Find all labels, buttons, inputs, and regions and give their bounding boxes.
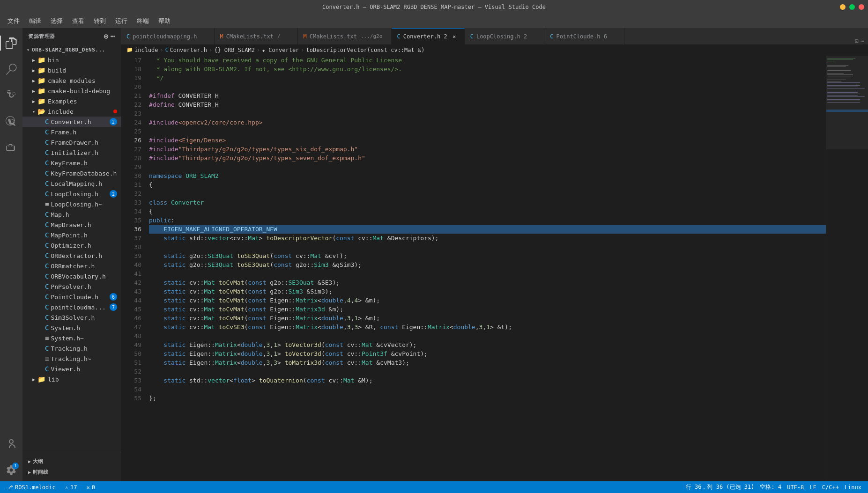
activity-settings[interactable]: 1	[0, 459, 22, 481]
tab-converter-close[interactable]: ✕	[450, 32, 459, 41]
sidebar-header: 资源管理器 ⊕ ⋯	[22, 28, 121, 44]
breadcrumb-converter-file[interactable]: C Converter.h	[165, 47, 207, 53]
menu-terminal[interactable]: 终端	[133, 15, 153, 27]
close-button[interactable]	[859, 4, 864, 10]
tree-item-viewer-h[interactable]: C Viewer.h	[22, 364, 121, 374]
ln-52: 52	[125, 367, 141, 376]
tree-item-loopclosing-h-tilde[interactable]: ≡ LoopClosing.h~	[22, 199, 121, 209]
menu-help[interactable]: 帮助	[155, 15, 174, 27]
statusbar-position[interactable]: 行 36，列 36 (已选 31)	[683, 481, 757, 493]
tree-item-cmake-build-debug[interactable]: ▶ 📁 cmake-build-debug	[22, 86, 121, 96]
tree-item-framedrawer-h[interactable]: C FrameDrawer.h	[22, 137, 121, 147]
tab-pointcloude-h[interactable]: C PointCloude.h 6 ✕	[544, 28, 624, 44]
pointcloude-h-label: PointCloude.h	[51, 294, 98, 301]
tree-item-lib[interactable]: ▶ 📁 lib	[22, 374, 121, 384]
ln-24: 24	[125, 118, 141, 127]
tab-converter-h[interactable]: C Converter.h 2 ✕	[392, 28, 465, 44]
pnpsolver-h-label: PnPsolver.h	[51, 283, 91, 290]
menu-goto[interactable]: 转到	[90, 15, 110, 27]
tree-item-keyframedatabase-h[interactable]: C KeyFrameDatabase.h	[22, 168, 121, 178]
frame-h-icon: C	[45, 128, 49, 136]
tree-item-frame-h[interactable]: C Frame.h	[22, 127, 121, 137]
statusbar-os[interactable]: Linux	[842, 481, 864, 493]
breadcrumb-method[interactable]: toDescriptorVector(const cv::Mat &)	[306, 47, 425, 53]
statusbar-errors[interactable]: ✕ 0	[83, 481, 97, 493]
breadcrumb-include[interactable]: 📁 include	[126, 47, 158, 53]
tree-item-sim3solver-h[interactable]: C Sim3Solver.h	[22, 312, 121, 323]
timeline-section[interactable]: ▶ 时间线	[22, 467, 121, 478]
tree-item-optimizer-h[interactable]: C Optimizer.h	[22, 240, 121, 250]
tree-item-pointcloude-h[interactable]: C PointCloude.h 6	[22, 292, 121, 302]
split-editor-icon[interactable]: ⊡	[855, 37, 859, 44]
tree-item-pointcloudma[interactable]: C pointcloudma... 7	[22, 302, 121, 312]
tree-item-system-h-tilde[interactable]: ≡ System.h~	[22, 333, 121, 343]
tree-item-converter-h[interactable]: C Converter.h 2	[22, 117, 121, 127]
ln-41: 41	[125, 269, 141, 278]
statusbar-warnings[interactable]: ⚠ 17	[62, 481, 80, 493]
maximize-button[interactable]	[849, 4, 855, 10]
breadcrumb-converter-class[interactable]: ⬥ Converter	[262, 47, 299, 53]
menubar: 文件 编辑 选择 查看 转到 运行 终端 帮助	[0, 14, 868, 28]
tree-item-build[interactable]: ▶ 📁 build	[22, 65, 121, 75]
tree-item-bin[interactable]: ▶ 📁 bin	[22, 55, 121, 65]
tab-cmakelists2-icon: M	[304, 33, 307, 40]
localmapping-h-label: LocalMapping.h	[51, 180, 102, 187]
tree-item-localmapping-h[interactable]: C LocalMapping.h	[22, 178, 121, 189]
breadcrumb-include-label: include	[134, 47, 158, 53]
statusbar-encoding[interactable]: UTF-8	[784, 481, 807, 493]
menu-edit[interactable]: 编辑	[25, 15, 45, 27]
tree-root[interactable]: ▾ ORB-SLAM2_RGBD_DENS...	[22, 44, 121, 55]
tab-pointcloudmapping[interactable]: C pointcloudmapping.h ✕	[121, 28, 215, 44]
statusbar-spaces[interactable]: 空格: 4	[757, 481, 784, 493]
menu-file[interactable]: 文件	[4, 15, 23, 27]
tree-item-tracking-h[interactable]: C Tracking.h	[22, 343, 121, 353]
outline-section[interactable]: ▶ 大纲	[22, 456, 121, 467]
tree-item-pnpsolver-h[interactable]: C PnPsolver.h	[22, 281, 121, 292]
code-editor[interactable]: * You should have received a copy of the…	[145, 56, 826, 481]
statusbar-language[interactable]: C/C++	[819, 481, 842, 493]
new-file-icon[interactable]: ⊕	[104, 32, 109, 41]
tree-item-tracking-h-tilde[interactable]: ≡ Tracking.h~	[22, 353, 121, 364]
tree-item-orbvocabulary-h[interactable]: C ORBVocabulary.h	[22, 271, 121, 281]
tree-item-initializer-h[interactable]: C Initializer.h	[22, 147, 121, 158]
tree-item-orbmatcher-h[interactable]: C ORBmatcher.h	[22, 261, 121, 271]
breadcrumb-orbslam2[interactable]: {} ORB_SLAM2	[214, 47, 255, 53]
activity-source-control[interactable]	[0, 84, 22, 107]
tree-item-cmake-modules[interactable]: ▶ 📁 cmake_modules	[22, 75, 121, 86]
tree-item-mappoint-h[interactable]: C MapPoint.h	[22, 230, 121, 240]
activity-extensions[interactable]	[0, 137, 22, 159]
menu-select[interactable]: 选择	[47, 15, 67, 27]
code-line-46: static cv::Mat toCvMat(const Eigen::Matr…	[149, 314, 826, 323]
menu-run[interactable]: 运行	[111, 15, 131, 27]
orbextractor-h-icon: C	[45, 252, 49, 259]
tree-item-system-h[interactable]: C System.h	[22, 323, 121, 333]
tree-item-mapdrawer-h[interactable]: C MapDrawer.h	[22, 220, 121, 230]
tree-item-map-h[interactable]: C Map.h	[22, 209, 121, 220]
ln-55: 55	[125, 394, 141, 403]
activity-explorer[interactable]	[0, 32, 22, 54]
build-label: build	[48, 67, 66, 74]
activity-run[interactable]	[0, 110, 22, 133]
tab-cmakelists-2[interactable]: M CMakeLists.txt .../g2o ✕	[298, 28, 392, 44]
code-line-25	[149, 127, 826, 136]
pointcloudma-badge: 7	[110, 303, 117, 311]
code-line-28: #include"Thirdparty/g2o/g2o/types/types_…	[149, 154, 826, 162]
error-icon: ✕	[86, 484, 89, 491]
statusbar-branch[interactable]: ⎇ ROS1.melodic	[4, 481, 59, 493]
tab-loopclosing-h[interactable]: C LoopClosing.h 2 ✕	[465, 28, 545, 44]
tree-item-include[interactable]: ▾ 📂 include	[22, 106, 121, 117]
tab-cmakelists-1[interactable]: M CMakeLists.txt / ✕	[215, 28, 298, 44]
code-line-49: static Eigen::Matrix<double,3,1> toVecto…	[149, 340, 826, 349]
more-actions-icon[interactable]: ⋯	[861, 37, 864, 44]
tree-item-orbextractor-h[interactable]: C ORBextractor.h	[22, 250, 121, 261]
menu-view[interactable]: 查看	[68, 15, 88, 27]
activity-account[interactable]	[0, 433, 22, 455]
tree-item-examples[interactable]: ▶ 📁 Examples	[22, 96, 121, 106]
tree-item-loopclosing-h[interactable]: C LoopClosing.h 2	[22, 189, 121, 199]
refresh-icon[interactable]: ⋯	[111, 32, 115, 41]
minimize-button[interactable]	[840, 4, 846, 10]
build-chevron: ▶	[30, 68, 37, 73]
tree-item-keyframe-h[interactable]: C KeyFrame.h	[22, 158, 121, 168]
statusbar-eol[interactable]: LF	[807, 481, 819, 493]
activity-search[interactable]	[0, 58, 22, 81]
